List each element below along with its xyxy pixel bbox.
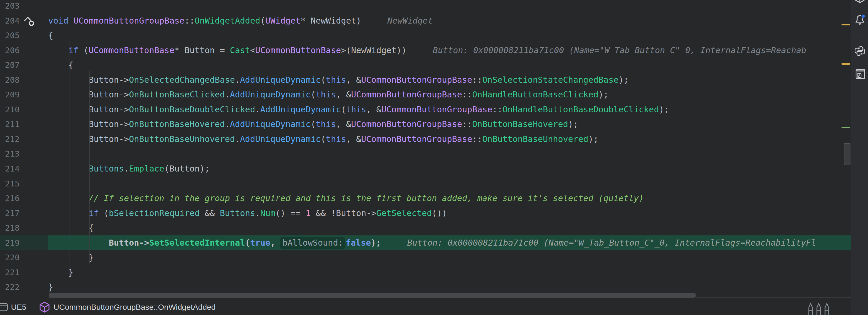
token: UCommonButtonGroupBase — [361, 75, 472, 85]
code-line-218[interactable]: 218 { — [0, 220, 851, 235]
stripe-mark-yellow[interactable] — [841, 24, 850, 25]
code-text[interactable]: Button->OnButtonBaseHovered.AddUniqueDyn… — [48, 117, 851, 132]
code-text[interactable]: Button->OnSelectedChangedBase.AddUniqueD… — [48, 72, 851, 88]
code-line-221[interactable]: 221 } — [0, 265, 851, 280]
stripe-mark-green[interactable] — [841, 127, 850, 128]
breadcrumb-label: UCommonButtonGroupBase::OnWidgetAdded — [54, 303, 216, 312]
gutter-207[interactable]: 207 — [0, 58, 48, 72]
line-number: 212 — [5, 132, 20, 147]
token: Button-> — [48, 104, 129, 115]
status-run-config[interactable]: UE5 — [0, 299, 29, 315]
token: , & — [346, 75, 361, 85]
documentation-book-icon[interactable]: A — [854, 68, 866, 80]
pencils-aaa-icon[interactable] — [806, 303, 832, 315]
code-text[interactable]: } — [48, 265, 851, 280]
token: UCommonButtonGroupBase — [73, 16, 184, 26]
gutter-221[interactable]: 221 — [0, 265, 48, 280]
code-line-216[interactable]: 216 // If selection in the group is requ… — [0, 191, 851, 206]
code-text[interactable]: { — [48, 220, 851, 235]
line-number: 220 — [5, 250, 20, 265]
horizontal-scrollbar-thumb[interactable] — [49, 293, 695, 298]
token: :: — [472, 134, 482, 144]
code-editor[interactable]: 203204void UCommonButtonGroupBase::OnWid… — [0, 0, 851, 299]
debugger-inline-value-hint[interactable]: NewWidget — [387, 16, 433, 26]
code-text[interactable]: Buttons.Emplace(Button); — [48, 161, 851, 176]
code-text[interactable]: { — [48, 28, 851, 43]
vertical-scrollbar-thumb[interactable] — [844, 143, 850, 165]
token: UCommonButtonGroupBase — [351, 119, 462, 129]
code-text[interactable]: Button->OnButtonBaseDoubleClicked.AddUni… — [48, 102, 851, 117]
line-number: 221 — [5, 265, 20, 280]
gutter-216[interactable]: 216 — [0, 191, 48, 206]
code-text[interactable]: if (UCommonButtonBase* Button = Cast<UCo… — [48, 43, 851, 58]
code-line-212[interactable]: 212 Button->OnButtonBaseUnhovered.AddUni… — [0, 132, 851, 147]
token: Button-> — [48, 134, 129, 144]
code-text[interactable]: Button->OnButtonBaseClicked.AddUniqueDyn… — [48, 87, 851, 102]
token: ); — [588, 134, 598, 144]
token: ); — [659, 104, 669, 115]
line-number: 206 — [5, 43, 20, 58]
code-text[interactable]: if (bSelectionRequired && Buttons.Num() … — [48, 206, 851, 221]
token: ( — [104, 208, 109, 218]
code-text[interactable]: void UCommonButtonGroupBase::OnWidgetAdd… — [48, 13, 851, 28]
gutter-204[interactable]: 204 — [0, 13, 48, 28]
code-line-215[interactable]: 215 — [0, 176, 851, 191]
gutter-209[interactable]: 209 — [0, 87, 48, 102]
notifications-bell-icon[interactable] — [854, 13, 866, 26]
token: , & — [336, 90, 351, 99]
stripe-mark-yellow[interactable] — [841, 63, 850, 65]
code-text[interactable]: } — [48, 280, 851, 294]
code-text[interactable]: { — [48, 58, 851, 72]
code-line-211[interactable]: 211 Button->OnButtonBaseHovered.AddUniqu… — [0, 117, 851, 132]
code-line-203[interactable]: 203 — [0, 0, 851, 13]
debugger-inline-value-hint[interactable]: Button: 0x000008211ba71c00 (Name="W_Tab_… — [407, 238, 816, 248]
token: :: — [492, 104, 502, 115]
code-line-210[interactable]: 210 Button->OnButtonBaseDoubleClicked.Ad… — [0, 102, 851, 117]
code-line-207[interactable]: 207 { — [0, 58, 851, 72]
code-line-206[interactable]: 206 if (UCommonButtonBase* Button = Cast… — [0, 43, 851, 58]
code-line-205[interactable]: 205{ — [0, 28, 851, 43]
status-breadcrumb[interactable]: UCommonButtonGroupBase::OnWidgetAdded — [36, 299, 218, 315]
code-line-220[interactable]: 220 } — [0, 250, 851, 265]
code-line-208[interactable]: 208 Button->OnSelectedChangedBase.AddUni… — [0, 72, 851, 88]
gutter-220[interactable]: 220 — [0, 250, 48, 265]
gutter-214[interactable]: 214 — [0, 161, 48, 176]
gutter-212[interactable]: 212 — [0, 132, 48, 147]
code-line-209[interactable]: 209 Button->OnButtonBaseClicked.AddUniqu… — [0, 87, 851, 102]
code-text[interactable]: // If selection in the group is required… — [48, 191, 851, 206]
partial-cube-icon[interactable] — [854, 0, 866, 4]
code-text[interactable]: Button->OnButtonBaseUnhovered.AddUniqueD… — [48, 132, 851, 147]
code-line-214[interactable]: 214 Buttons.Emplace(Button); — [0, 161, 851, 176]
overrides-icon[interactable] — [23, 15, 36, 28]
gutter-217[interactable]: 217 — [0, 206, 48, 221]
code-line-222[interactable]: 222} — [0, 280, 851, 294]
code-line-219[interactable]: 219 Button->SetSelectedInternal(true, bA… — [0, 235, 851, 250]
debugger-inline-value-hint[interactable]: Button: 0x000008211ba71c00 (Name="W_Tab_… — [433, 45, 806, 55]
gutter-203[interactable]: 203 — [0, 0, 48, 13]
gutter-210[interactable]: 210 — [0, 102, 48, 117]
token: if — [89, 208, 104, 218]
code-text[interactable]: Button->SetSelectedInternal(true, bAllow… — [48, 235, 851, 250]
gutter-213[interactable]: 213 — [0, 146, 48, 161]
token: , & — [366, 104, 381, 115]
gutter-205[interactable]: 205 — [0, 28, 48, 43]
python-console-icon[interactable] — [854, 45, 866, 57]
code-text[interactable] — [48, 0, 851, 13]
gutter-218[interactable]: 218 — [0, 220, 48, 235]
gutter-222[interactable]: 222 — [0, 280, 48, 294]
gutter-215[interactable]: 215 — [0, 176, 48, 191]
status-bar: UE5 UCommonButtonGroupBase::OnWidgetAdde… — [0, 299, 851, 315]
gutter-208[interactable]: 208 — [0, 72, 48, 88]
token: && — [199, 208, 220, 218]
code-line-217[interactable]: 217 if (bSelectionRequired && Buttons.Nu… — [0, 206, 851, 221]
gutter-206[interactable]: 206 — [0, 43, 48, 58]
gutter-219[interactable]: 219 — [0, 235, 48, 250]
code-text[interactable] — [48, 146, 851, 161]
toolbar-separator — [853, 36, 866, 36]
code-line-213[interactable]: 213 — [0, 146, 851, 161]
code-text[interactable]: } — [48, 250, 851, 265]
gutter-211[interactable]: 211 — [0, 117, 48, 132]
code-text[interactable] — [48, 176, 851, 191]
token: if — [68, 45, 84, 55]
code-line-204[interactable]: 204void UCommonButtonGroupBase::OnWidget… — [0, 13, 851, 28]
